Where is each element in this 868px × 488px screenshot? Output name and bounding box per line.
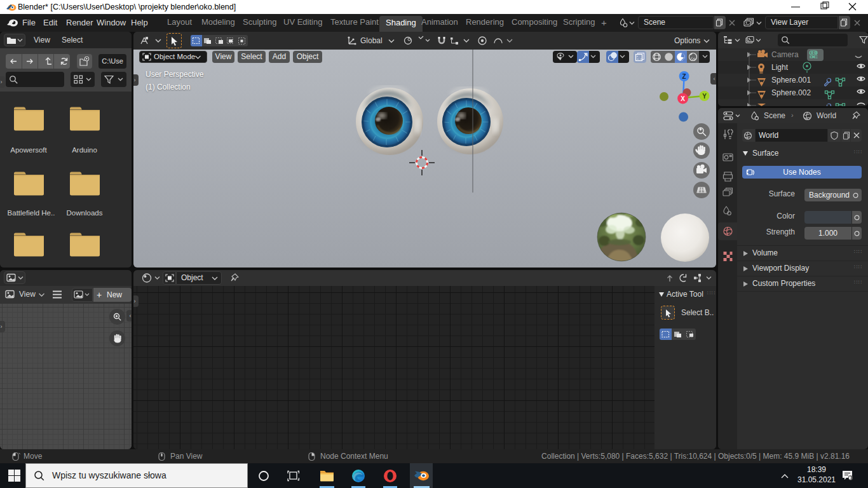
svg-text:Apowersoft: Apowersoft xyxy=(10,146,47,154)
svg-text:Downloads: Downloads xyxy=(67,209,103,217)
svg-text:Light: Light xyxy=(771,63,789,72)
svg-text:Arduino: Arduino xyxy=(72,146,97,154)
svg-text:Y: Y xyxy=(702,93,707,100)
svg-text:Battlefield He..: Battlefield He.. xyxy=(8,209,55,217)
svg-text:Z: Z xyxy=(682,73,686,80)
svg-text:X: X xyxy=(681,95,685,102)
svg-text:Camera: Camera xyxy=(771,50,799,59)
svg-text:Sphere.002: Sphere.002 xyxy=(771,88,811,97)
svg-text:Sphere.001: Sphere.001 xyxy=(771,76,811,85)
